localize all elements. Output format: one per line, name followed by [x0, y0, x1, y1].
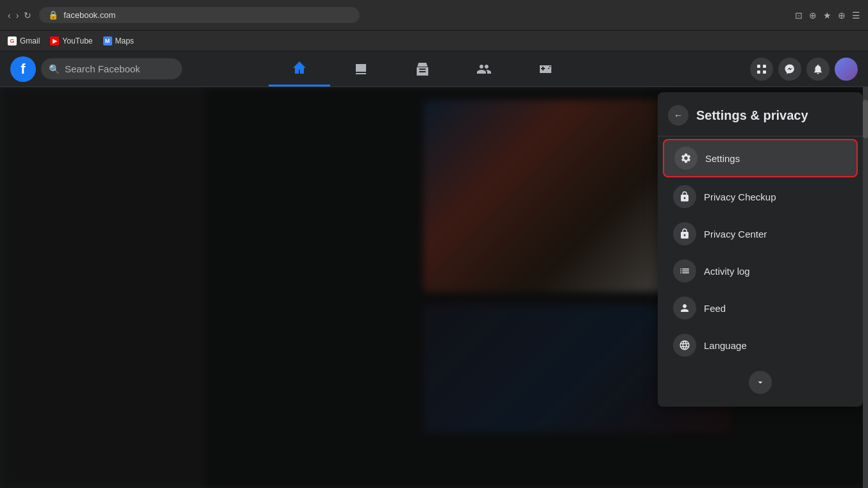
- settings-label: Settings: [705, 153, 740, 164]
- privacy-center-label: Privacy Center: [704, 229, 767, 240]
- menu-item-settings[interactable]: Settings: [663, 139, 858, 177]
- dropdown-overlay[interactable]: ← Settings & privacy Settings: [0, 87, 868, 488]
- svg-rect-2: [757, 70, 760, 74]
- browser-action-2[interactable]: ⊕: [809, 10, 817, 20]
- back-button[interactable]: ←: [668, 105, 689, 126]
- globe-icon: [679, 339, 690, 351]
- feed-icon: [673, 297, 696, 320]
- dropdown-header: ← Settings & privacy: [658, 97, 863, 133]
- notifications-icon-btn[interactable]: [806, 58, 830, 81]
- browser-action-1[interactable]: ⊡: [795, 10, 803, 20]
- back-icon[interactable]: ‹: [8, 10, 11, 20]
- svg-rect-1: [763, 65, 766, 68]
- browser-chrome: ‹ › ↻ 🔒 facebook.com ⊡ ⊕ ★ ⊕ ☰: [0, 0, 868, 31]
- youtube-label: YouTube: [62, 37, 92, 45]
- search-icon: 🔍: [49, 64, 60, 74]
- scrollbar-thumb[interactable]: [863, 100, 868, 138]
- menu-divider: [658, 136, 863, 136]
- fb-nav-center: [269, 51, 576, 86]
- browser-action-5[interactable]: ☰: [852, 10, 860, 20]
- user-avatar[interactable]: [835, 58, 858, 81]
- menu-item-activity-log[interactable]: Activity log: [663, 253, 858, 289]
- svg-rect-0: [757, 65, 760, 68]
- lock-icon: [679, 228, 690, 240]
- fb-logo-letter: f: [21, 61, 25, 77]
- gear-icon: [680, 152, 692, 164]
- fb-search[interactable]: 🔍 Search Facebook: [41, 58, 182, 79]
- nav-groups[interactable]: [453, 51, 515, 86]
- nav-home[interactable]: [269, 51, 330, 86]
- bookmark-maps[interactable]: M Maps: [103, 37, 134, 45]
- fb-nav-right: [750, 58, 858, 81]
- bell-icon: [812, 63, 824, 75]
- nav-video[interactable]: [330, 51, 392, 86]
- settings-privacy-menu: ← Settings & privacy Settings: [658, 92, 863, 407]
- menu-item-feed[interactable]: Feed: [663, 290, 858, 326]
- feed-label: Feed: [704, 303, 726, 314]
- menu-item-language[interactable]: Language: [663, 327, 858, 363]
- search-placeholder: Search Facebook: [65, 63, 140, 74]
- browser-action-4[interactable]: ⊕: [838, 10, 846, 20]
- page-scrollbar[interactable]: [863, 87, 868, 488]
- activity-log-label: Activity log: [704, 266, 750, 277]
- home-icon: [292, 60, 307, 76]
- fb-logo[interactable]: f: [10, 56, 36, 82]
- gaming-icon: [538, 61, 553, 77]
- svg-rect-3: [763, 70, 766, 74]
- maps-favicon: M: [103, 37, 112, 45]
- refresh-icon[interactable]: ↻: [24, 10, 31, 20]
- language-label: Language: [704, 340, 747, 351]
- browser-nav-icons: ‹ › ↻: [8, 10, 31, 20]
- lock-shield-icon: [679, 191, 690, 202]
- grid-icon: [756, 64, 767, 74]
- menu-item-privacy-center[interactable]: Privacy Center: [663, 216, 858, 252]
- bookmarks-bar: G Gmail ▶ YouTube M Maps: [0, 31, 868, 51]
- activity-log-icon: [673, 259, 696, 282]
- messenger-icon: [784, 63, 796, 75]
- nav-gaming[interactable]: [515, 51, 576, 86]
- address-bar[interactable]: 🔒 facebook.com: [39, 7, 360, 23]
- privacy-center-icon: [673, 222, 696, 245]
- marketplace-icon: [415, 61, 430, 77]
- settings-icon: [674, 147, 697, 170]
- scroll-down-icon: [749, 371, 772, 394]
- maps-label: Maps: [115, 37, 134, 45]
- grid-icon-btn[interactable]: [750, 58, 773, 81]
- feed-person-icon: [679, 302, 690, 314]
- nav-marketplace[interactable]: [392, 51, 453, 86]
- privacy-checkup-label: Privacy Checkup: [704, 191, 776, 202]
- youtube-favicon: ▶: [50, 37, 59, 45]
- messenger-icon-btn[interactable]: [778, 58, 801, 81]
- chevron-down-icon: [755, 377, 765, 387]
- language-icon: [673, 334, 696, 357]
- video-icon: [353, 61, 369, 77]
- browser-actions: ⊡ ⊕ ★ ⊕ ☰: [795, 10, 860, 20]
- bookmark-gmail[interactable]: G Gmail: [8, 37, 40, 45]
- privacy-checkup-icon: [673, 185, 696, 208]
- bookmark-youtube[interactable]: ▶ YouTube: [50, 37, 92, 45]
- fb-navbar: f 🔍 Search Facebook: [0, 51, 868, 87]
- forward-icon[interactable]: ›: [16, 10, 19, 20]
- gmail-favicon: G: [8, 37, 17, 45]
- menu-item-privacy-checkup[interactable]: Privacy Checkup: [663, 179, 858, 215]
- gmail-label: Gmail: [20, 37, 40, 45]
- lock-icon: 🔒: [48, 10, 58, 20]
- back-arrow-icon: ←: [674, 110, 683, 120]
- browser-action-3[interactable]: ★: [823, 10, 831, 20]
- scroll-more-indicator: [663, 366, 858, 399]
- list-icon: [679, 265, 690, 277]
- groups-icon: [476, 61, 492, 77]
- main-content: ← Settings & privacy Settings: [0, 87, 868, 488]
- menu-title: Settings & privacy: [696, 108, 808, 123]
- url-text: facebook.com: [63, 10, 115, 20]
